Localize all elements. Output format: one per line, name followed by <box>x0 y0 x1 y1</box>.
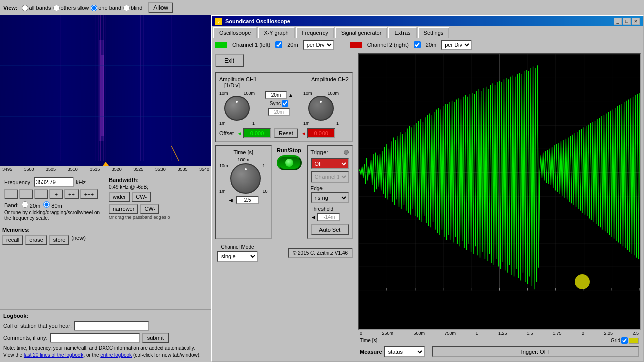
trigger-edge-select[interactable]: rising falling <box>311 192 349 203</box>
band-20m-label[interactable]: 20m <box>22 201 40 209</box>
measure-bar: Measure status frequency period Trigger:… <box>358 345 641 359</box>
freq-dec3-button[interactable]: --- <box>4 189 18 199</box>
ch2-checkbox[interactable] <box>414 41 421 48</box>
channel-mode-label: Channel Mode <box>221 244 254 250</box>
ch1-sync-input[interactable] <box>265 90 287 99</box>
ch2-div-value: 20m <box>426 42 436 48</box>
radio-one-band[interactable]: one band <box>91 5 121 11</box>
grid-label: Grid <box>611 338 620 343</box>
call-row: Call of station that you hear: <box>3 321 208 331</box>
trigger-channel-select[interactable]: Channel 1 Channel 2 <box>311 171 349 183</box>
view-radio-group: all bands others slow one band blind <box>22 5 143 11</box>
grid-checkbox[interactable] <box>621 337 628 344</box>
recall-button[interactable]: recall <box>2 235 23 245</box>
band-label: Band: <box>4 202 19 208</box>
radio-blind[interactable]: blind <box>123 5 142 11</box>
close-button[interactable]: ✕ <box>632 18 640 25</box>
knob-dot <box>236 101 238 103</box>
svg-rect-12 <box>101 55 104 136</box>
time-dec-arrow[interactable]: ◄ <box>228 197 234 204</box>
frequency-buttons: --- -- - + ++ +++ <box>4 189 103 199</box>
ch2-div-select[interactable]: per Div <box>441 40 472 50</box>
trigger-section: Trigger Off Auto Normal Channel 1 Channe… <box>307 145 353 239</box>
cw-minus2-button[interactable]: CW- <box>140 204 159 214</box>
freq-dec2-button[interactable]: -- <box>19 189 33 199</box>
bottom-controls: Time [s] 100m 10m 1m 1 <box>215 145 353 239</box>
radio-all-bands[interactable]: all bands <box>22 5 51 11</box>
cw-minus1-button[interactable]: CW- <box>132 192 151 202</box>
ch1-label: Channel 1 (left) <box>232 42 270 48</box>
window-buttons: _ □ ✕ <box>614 18 640 25</box>
measure-select[interactable]: status frequency period <box>384 346 425 357</box>
run-stop-section: Run/Stop <box>275 145 304 239</box>
ch1-checkbox[interactable] <box>275 41 282 48</box>
comments-row: Comments, if any: submit <box>3 333 208 343</box>
time-input-row: ◄ <box>219 196 268 204</box>
ch1-div-select[interactable]: per Div <box>303 40 334 50</box>
main-layout: 3495 3500 3505 3510 3515 3520 3525 3530 … <box>0 15 644 362</box>
submit-button[interactable]: submit <box>142 333 169 343</box>
allow-button[interactable]: Allow <box>148 2 173 13</box>
tab-extras[interactable]: Extras <box>388 27 416 38</box>
sync-checkbox[interactable] <box>282 100 288 107</box>
ch2-amplitude-knob-group: 10m 100m 1m 1 <box>303 90 339 126</box>
channel-mode-select[interactable]: single dual <box>217 251 258 262</box>
time-knob-dot <box>245 168 247 170</box>
radio-others-slow[interactable]: others slow <box>53 5 89 11</box>
erase-button[interactable]: erase <box>25 235 47 245</box>
wider-button[interactable]: wider <box>109 192 130 202</box>
exit-button[interactable]: Exit <box>215 54 244 67</box>
thresh-dec-arrow[interactable]: ◄ <box>311 214 317 221</box>
minimize-button[interactable]: _ <box>614 18 622 25</box>
freq-inc1-button[interactable]: + <box>49 189 63 199</box>
maximize-button[interactable]: □ <box>623 18 631 25</box>
frequency-input[interactable] <box>34 177 74 187</box>
logbook-link1[interactable]: last 20 lines of the logbook <box>24 352 83 358</box>
freq-inc3-button[interactable]: +++ <box>80 189 98 199</box>
ch2-sync-input[interactable] <box>268 108 290 116</box>
reset-button[interactable]: Reset <box>274 128 298 138</box>
run-stop-button[interactable] <box>277 155 302 170</box>
ch1-amplitude-knob[interactable] <box>224 96 250 121</box>
amplitude-header: Amplitude CH1[1/Div] Amplitude CH2 <box>219 76 349 88</box>
bottom-bar: Channel Mode single dual © 2015 C. Zeitn… <box>215 242 353 264</box>
osc-graph <box>358 53 641 330</box>
offset-section: Offset ◄ 0.000 Reset ◄ 0.000 <box>219 126 349 138</box>
call-input[interactable] <box>74 321 149 331</box>
band-80m-label[interactable]: 80m <box>43 201 62 209</box>
trigger-led <box>344 150 349 155</box>
grid-color-indicator <box>629 338 639 344</box>
tab-oscilloscope[interactable]: Oscilloscope <box>213 27 257 38</box>
comments-input[interactable] <box>50 333 140 343</box>
offset-ch2-arrow: ◄ <box>301 131 306 136</box>
ch2-amplitude-knob[interactable] <box>308 96 334 121</box>
bandwidth-buttons: wider CW- narrower CW- <box>109 192 207 214</box>
tab-signal-generator[interactable]: Signal generator <box>335 27 388 38</box>
logbook-note2: View the last 20 lines of the logbook, o… <box>3 352 208 359</box>
memories-title: Memories: <box>2 227 209 233</box>
time-input[interactable] <box>236 196 259 204</box>
amp-controls: 10m 100m 1m 1 <box>219 90 349 126</box>
osc-display-area: Exit Amplitude CH1[1/Div] Amplitude CH2 … <box>212 51 643 361</box>
logbook-link2[interactable]: entire logbook <box>100 352 132 358</box>
left-panel: 3495 3500 3505 3510 3515 3520 3525 3530 … <box>0 15 211 362</box>
ch2-knob-dot <box>320 101 322 103</box>
waterfall-scale: 3495 3500 3505 3510 3515 3520 3525 3530 … <box>0 166 211 173</box>
trigger-mode-select[interactable]: Off Auto Normal <box>311 158 349 169</box>
channel-bar: Channel 1 (left) 20m per Div Channel 2 (… <box>212 38 643 51</box>
freq-dec1-button[interactable]: - <box>34 189 48 199</box>
time-knob[interactable] <box>230 163 261 194</box>
tab-frequency[interactable]: Frequency <box>296 27 334 38</box>
tab-xy-graph[interactable]: X-Y graph <box>258 27 294 38</box>
threshold-input[interactable] <box>317 213 340 221</box>
svg-rect-13 <box>0 65 211 66</box>
time-section: Time [s] 100m 10m 1m 1 <box>215 145 272 239</box>
arrow-up-ch1: ▲ <box>288 92 293 98</box>
tab-settings[interactable]: Settings <box>418 27 450 38</box>
freq-inc2-button[interactable]: ++ <box>64 189 79 199</box>
narrower-button[interactable]: narrower <box>109 204 138 214</box>
waterfall-display <box>0 15 211 166</box>
auto-set-button[interactable]: Auto Set <box>311 224 349 235</box>
store-button[interactable]: store <box>49 235 69 245</box>
comments-label: Comments, if any: <box>3 335 48 341</box>
